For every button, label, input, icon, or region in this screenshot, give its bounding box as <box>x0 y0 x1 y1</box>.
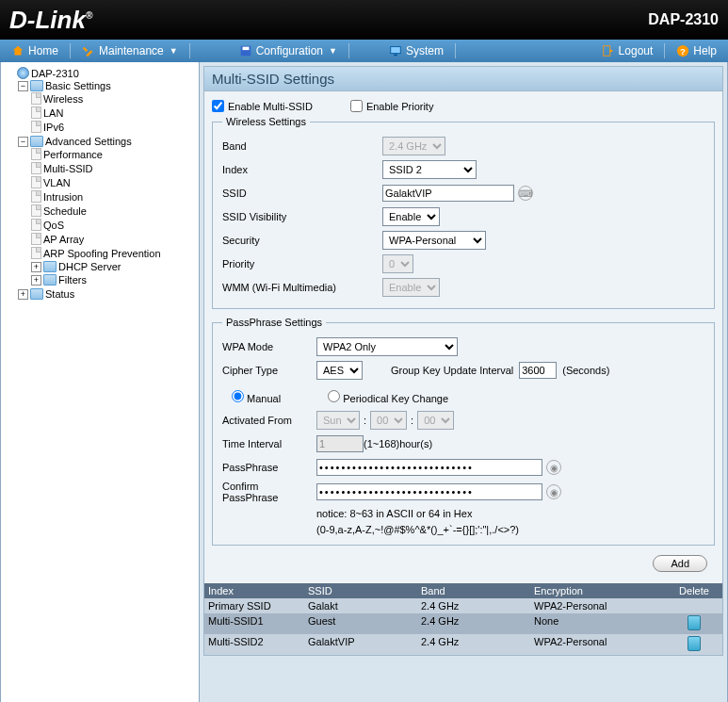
group-key-interval-input[interactable] <box>519 362 557 379</box>
notice-line-1: notice: 8~63 in ASCII or 64 in Hex <box>316 506 704 522</box>
save-icon <box>239 44 252 57</box>
wpa-mode-select[interactable]: WPA2 Only <box>316 337 458 356</box>
reveal-icon[interactable]: ◉ <box>546 460 561 475</box>
tree-ipv6[interactable]: IPv6 <box>31 121 195 133</box>
security-label: Security <box>222 235 382 246</box>
table-row[interactable]: Multi-SSID1Guest2.4 GHzNone <box>204 613 722 634</box>
page-icon <box>31 106 41 119</box>
enable-multi-ssid-checkbox[interactable] <box>212 100 224 112</box>
periodical-radio[interactable] <box>328 390 340 402</box>
page-icon <box>31 121 41 133</box>
svg-rect-1 <box>242 47 249 51</box>
passphrase-settings-fieldset: PassPhrase Settings WPA Mode WPA2 Only C… <box>212 317 715 546</box>
folder-icon <box>30 288 43 300</box>
page-icon <box>31 176 41 188</box>
table-row[interactable]: Multi-SSID2GalaktVIP2.4 GHzWPA2-Personal <box>204 634 722 655</box>
passphrase-settings-legend: PassPhrase Settings <box>222 317 326 328</box>
menu-help[interactable]: ? Help <box>665 40 728 62</box>
menu-configuration[interactable]: Configuration▼ <box>228 40 348 62</box>
menu-logout[interactable]: Logout <box>590 40 665 62</box>
page-icon <box>31 247 41 259</box>
page-icon <box>31 204 41 217</box>
index-label: Index <box>222 164 382 175</box>
tree-intrusion[interactable]: Intrusion <box>31 190 195 203</box>
chevron-down-icon: ▼ <box>170 46 178 56</box>
menu-maintenance[interactable]: Maintenance▼ <box>71 40 189 62</box>
home-icon <box>11 44 24 57</box>
menu-home[interactable]: Home <box>0 40 70 62</box>
sidebar: DAP-2310 −Basic Settings Wireless LAN IP… <box>0 62 200 702</box>
expand-icon[interactable]: + <box>31 262 41 272</box>
add-button[interactable]: Add <box>653 555 707 572</box>
tree-wireless[interactable]: Wireless <box>31 92 195 105</box>
activated-day-select: Sun <box>316 411 360 430</box>
tree-advanced-settings[interactable]: −Advanced Settings <box>18 136 195 147</box>
svg-text:?: ? <box>680 46 686 57</box>
tree-multi-ssid[interactable]: Multi-SSID <box>31 162 195 174</box>
tree-root[interactable]: DAP-2310 <box>5 67 195 79</box>
collapse-icon[interactable]: − <box>18 137 28 147</box>
menubar: Home Maintenance▼ Configuration▼ System … <box>0 40 728 62</box>
expand-icon[interactable]: + <box>31 275 41 286</box>
ssid-input[interactable] <box>382 185 514 202</box>
confirm-passphrase-input[interactable] <box>316 483 542 500</box>
delete-icon[interactable] <box>688 615 701 630</box>
time-interval-label: Time Interval <box>222 438 316 449</box>
wpa-mode-label: WPA Mode <box>222 341 316 352</box>
seconds-label: (Seconds) <box>562 365 609 376</box>
tree-filters[interactable]: +Filters <box>31 274 195 286</box>
priority-label: Priority <box>222 258 382 269</box>
priority-select: 0 <box>382 254 413 273</box>
security-select[interactable]: WPA-Personal <box>382 231 486 250</box>
index-select[interactable]: SSID 2 <box>382 160 477 179</box>
ssid-label: SSID <box>222 188 382 199</box>
cipher-type-label: Cipher Type <box>222 365 316 376</box>
page-icon <box>31 92 41 105</box>
ssid-table: Index SSID Band Encryption Delete Primar… <box>204 583 722 655</box>
reveal-icon[interactable]: ◉ <box>546 484 561 499</box>
expand-icon[interactable]: + <box>18 289 28 300</box>
enable-priority-checkbox[interactable] <box>350 100 363 112</box>
activated-hour-select: 00 <box>370 411 407 430</box>
monitor-icon <box>389 44 402 57</box>
tree-dhcp-server[interactable]: +DHCP Server <box>31 261 195 272</box>
page-icon <box>31 148 41 160</box>
activated-from-label: Activated From <box>222 415 316 426</box>
group-key-interval-label: Group Key Update Interval <box>391 365 513 376</box>
wireless-settings-fieldset: Wireless Settings Band 2.4 GHz Index SSI… <box>212 116 715 309</box>
tree-lan[interactable]: LAN <box>31 106 195 119</box>
keyboard-icon[interactable]: ⌨ <box>518 186 533 201</box>
passphrase-input[interactable] <box>316 459 542 476</box>
folder-icon <box>43 274 57 286</box>
menu-system[interactable]: System <box>378 40 455 62</box>
enable-multi-ssid-label: Enable Multi-SSID <box>228 101 313 112</box>
tree-schedule[interactable]: Schedule <box>31 204 195 217</box>
globe-icon <box>17 67 29 79</box>
svg-rect-2 <box>391 47 401 54</box>
ssid-visibility-select[interactable]: Enable <box>382 207 440 226</box>
brand-logo: D-Link® <box>9 6 92 35</box>
tree-arp-spoofing[interactable]: ARP Spoofing Prevention <box>31 247 195 259</box>
svg-rect-4 <box>603 46 609 57</box>
tree-performance[interactable]: Performance <box>31 148 195 160</box>
tools-icon <box>82 44 95 57</box>
table-row[interactable]: Primary SSIDGalakt2.4 GHzWPA2-Personal <box>204 598 722 613</box>
activated-min-select: 00 <box>417 411 454 430</box>
time-interval-unit: (1~168)hour(s) <box>364 438 432 449</box>
collapse-icon[interactable]: − <box>18 81 28 91</box>
cipher-type-select[interactable]: AES <box>316 361 363 380</box>
tree-status[interactable]: +Status <box>18 288 195 300</box>
page-icon <box>31 162 41 174</box>
delete-icon[interactable] <box>688 636 701 651</box>
tree-qos[interactable]: QoS <box>31 219 195 231</box>
tree-ap-array[interactable]: AP Array <box>31 233 195 245</box>
main-content: Multi-SSID Settings Enable Multi-SSID En… <box>200 62 728 702</box>
model-label: DAP-2310 <box>648 11 719 28</box>
wireless-settings-legend: Wireless Settings <box>222 116 310 127</box>
multi-ssid-panel: Multi-SSID Settings Enable Multi-SSID En… <box>203 66 723 656</box>
tree-vlan[interactable]: VLAN <box>31 176 195 188</box>
manual-radio[interactable] <box>232 390 244 402</box>
folder-icon <box>30 136 43 147</box>
tree-basic-settings[interactable]: −Basic Settings <box>18 80 195 91</box>
ssid-visibility-label: SSID Visibility <box>222 211 382 222</box>
